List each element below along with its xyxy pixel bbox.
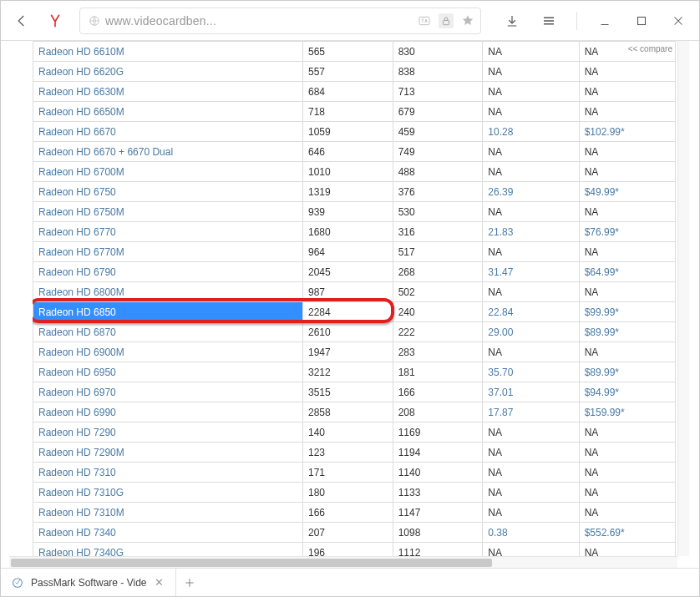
score-cell: 3515 bbox=[302, 382, 393, 402]
price-link[interactable]: $49.99* bbox=[579, 182, 675, 202]
gpu-name-link[interactable]: Radeon HD 6790 bbox=[33, 262, 303, 282]
maximize-button[interactable] bbox=[632, 12, 651, 30]
gpu-name-link[interactable]: Radeon HD 6650M bbox=[33, 102, 303, 122]
rank-cell: 488 bbox=[393, 162, 483, 182]
value-link[interactable]: NA bbox=[483, 503, 579, 523]
price-link[interactable]: NA bbox=[579, 503, 675, 523]
price-link[interactable]: NA bbox=[579, 242, 675, 262]
value-link[interactable]: 10.28 bbox=[483, 122, 579, 142]
gpu-name-link[interactable]: Radeon HD 7290M bbox=[33, 443, 303, 463]
price-link[interactable]: NA bbox=[579, 202, 675, 222]
price-link[interactable]: $94.99* bbox=[579, 382, 675, 402]
value-link[interactable]: NA bbox=[483, 202, 579, 222]
price-link[interactable]: $64.99* bbox=[579, 262, 675, 282]
price-link[interactable]: NA bbox=[579, 142, 675, 162]
address-bar[interactable]: www.videocardben... bbox=[79, 8, 481, 34]
score-cell: 557 bbox=[302, 62, 393, 82]
gpu-name-link[interactable]: Radeon HD 6750 bbox=[33, 182, 303, 202]
gpu-name-link[interactable]: Radeon HD 7310G bbox=[33, 483, 303, 503]
gpu-name-link[interactable]: Radeon HD 6950 bbox=[33, 362, 303, 382]
value-link[interactable]: 37.01 bbox=[483, 382, 579, 402]
gpu-name-link[interactable]: Radeon HD 6700M bbox=[33, 162, 303, 182]
gpu-name-link[interactable]: Radeon HD 6870 bbox=[33, 322, 303, 342]
gpu-name-link[interactable]: Radeon HD 7340 bbox=[33, 523, 303, 543]
value-link[interactable]: 0.38 bbox=[483, 523, 579, 543]
price-link[interactable]: $552.69* bbox=[579, 523, 675, 543]
gpu-name-link[interactable]: Radeon HD 6770M bbox=[33, 242, 303, 262]
value-link[interactable]: 17.87 bbox=[483, 402, 579, 422]
price-link[interactable]: NA bbox=[579, 483, 675, 503]
price-link[interactable]: NA bbox=[579, 82, 675, 102]
gpu-name-link[interactable]: Radeon HD 6620G bbox=[33, 62, 303, 82]
scrollbar-horizontal[interactable] bbox=[9, 556, 677, 568]
price-link[interactable]: NA bbox=[579, 282, 675, 302]
bookmark-star-icon[interactable] bbox=[460, 13, 475, 28]
value-link[interactable]: NA bbox=[483, 443, 579, 463]
gpu-name-link[interactable]: Radeon HD 6990 bbox=[33, 402, 303, 422]
price-link[interactable]: $159.99* bbox=[579, 402, 675, 422]
price-link[interactable]: NA bbox=[579, 422, 675, 443]
value-link[interactable]: 21.83 bbox=[483, 222, 579, 242]
value-link[interactable]: NA bbox=[483, 282, 579, 302]
gpu-name-link[interactable]: Radeon HD 6800M bbox=[33, 282, 303, 302]
browser-logo[interactable] bbox=[46, 12, 64, 30]
gpu-name-link[interactable]: Radeon HD 7310 bbox=[33, 463, 303, 483]
price-link[interactable]: $99.99* bbox=[579, 302, 675, 322]
price-link[interactable]: NA bbox=[579, 102, 675, 122]
price-link[interactable]: NA bbox=[579, 463, 675, 483]
scrollbar-vertical[interactable] bbox=[677, 41, 689, 556]
price-link[interactable]: NA bbox=[579, 62, 675, 82]
value-link[interactable]: NA bbox=[483, 102, 579, 122]
value-link[interactable]: NA bbox=[483, 422, 579, 443]
value-link[interactable]: 29.00 bbox=[483, 322, 579, 342]
value-link[interactable]: NA bbox=[483, 142, 579, 162]
price-link[interactable]: $76.99* bbox=[579, 222, 675, 242]
gpu-name-link[interactable]: Radeon HD 6610M bbox=[33, 42, 303, 62]
menu-icon[interactable] bbox=[540, 12, 558, 30]
value-link[interactable]: NA bbox=[483, 82, 579, 102]
close-button[interactable] bbox=[669, 12, 687, 30]
value-link[interactable]: NA bbox=[483, 342, 579, 362]
download-icon[interactable] bbox=[503, 12, 521, 30]
tab-active[interactable]: PassMark Software - Vide ✕ bbox=[1, 569, 176, 596]
value-link[interactable]: NA bbox=[483, 463, 579, 483]
score-cell: 166 bbox=[302, 503, 393, 523]
gpu-name-link[interactable]: Radeon HD 6900M bbox=[33, 342, 303, 362]
back-button[interactable] bbox=[13, 12, 31, 30]
value-link[interactable]: NA bbox=[483, 162, 579, 182]
gpu-name-link[interactable]: Radeon HD 6630M bbox=[33, 82, 303, 102]
rank-cell: 1169 bbox=[393, 422, 483, 443]
price-link[interactable]: $102.99* bbox=[579, 122, 675, 142]
price-link[interactable]: NA bbox=[579, 443, 675, 463]
value-link[interactable]: 26.39 bbox=[483, 182, 579, 202]
price-link[interactable]: NA bbox=[579, 342, 675, 362]
gpu-name-link[interactable]: Radeon HD 6850 bbox=[33, 302, 303, 322]
gpu-name-link[interactable]: Radeon HD 6670 + 6670 Dual bbox=[33, 142, 303, 162]
price-link[interactable]: NA bbox=[579, 42, 675, 62]
gpu-name-link[interactable]: Radeon HD 6670 bbox=[33, 122, 303, 142]
table-row: Radeon HD 6630M684713NANA bbox=[33, 82, 676, 102]
value-link[interactable]: 22.84 bbox=[483, 302, 579, 322]
price-link[interactable]: NA bbox=[579, 162, 675, 182]
lock-icon[interactable] bbox=[439, 13, 454, 28]
gpu-name-link[interactable]: Radeon HD 6970 bbox=[33, 382, 303, 402]
value-link[interactable]: NA bbox=[483, 242, 579, 262]
translate-icon[interactable] bbox=[417, 13, 432, 28]
minimize-button[interactable] bbox=[596, 12, 614, 30]
price-link[interactable]: $89.99* bbox=[579, 362, 675, 382]
value-link[interactable]: 31.47 bbox=[483, 262, 579, 282]
table-row: Radeon HD 6770168031621.83$76.99* bbox=[33, 222, 676, 242]
value-link[interactable]: NA bbox=[483, 62, 579, 82]
value-link[interactable]: NA bbox=[483, 483, 579, 503]
tab-close-icon[interactable]: ✕ bbox=[154, 577, 165, 589]
value-link[interactable]: 35.70 bbox=[483, 362, 579, 382]
new-tab-button[interactable] bbox=[176, 569, 205, 596]
scrollbar-thumb[interactable] bbox=[11, 559, 492, 567]
price-link[interactable]: $89.99* bbox=[579, 322, 675, 342]
gpu-name-link[interactable]: Radeon HD 7290 bbox=[33, 422, 303, 443]
gpu-name-link[interactable]: Radeon HD 6750M bbox=[33, 202, 303, 222]
gpu-name-link[interactable]: Radeon HD 6770 bbox=[33, 222, 303, 242]
value-link[interactable]: NA bbox=[483, 42, 579, 62]
score-cell: 2284 bbox=[302, 302, 393, 322]
gpu-name-link[interactable]: Radeon HD 7310M bbox=[33, 503, 303, 523]
